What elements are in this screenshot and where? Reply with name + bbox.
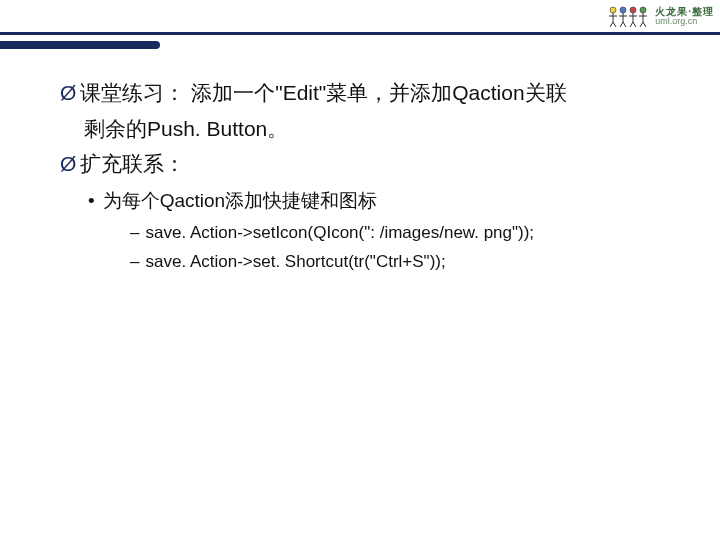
svg-point-0 [610,7,616,13]
svg-line-18 [640,22,643,27]
svg-line-13 [630,22,633,27]
code-line: – save. Action->set. Shortcut(tr("Ctrl+S… [60,249,680,275]
bullet-item: Ø 课堂练习： 添加一个"Edit"菜单，并添加Qaction关联 [60,77,680,109]
svg-line-4 [613,22,616,27]
logo-group: 火龙果·整理 uml.org.cn [607,4,714,28]
svg-point-15 [640,7,646,13]
code-line: – save. Action->setIcon(QIcon(": /images… [60,220,680,246]
bullet-text: 扩充联系： [80,148,185,180]
bullet-dot-icon: • [88,186,95,216]
chevron-right-icon: Ø [60,148,76,180]
svg-point-10 [630,7,636,13]
accent-bar [0,41,160,49]
logo-title: 火龙果·整理 [655,7,714,17]
svg-line-3 [610,22,613,27]
bullet-text: 课堂练习： 添加一个"Edit"菜单，并添加Qaction关联 [80,77,566,109]
sub-bullet-text: 为每个Qaction添加快捷键和图标 [103,186,377,216]
code-text: save. Action->setIcon(QIcon(": /images/n… [145,220,534,246]
code-text: save. Action->set. Shortcut(tr("Ctrl+S")… [145,249,445,275]
chevron-right-icon: Ø [60,77,76,109]
people-icon [607,4,651,28]
svg-point-5 [620,7,626,13]
bullet-item: Ø 扩充联系： [60,148,680,180]
slide-content: Ø 课堂练习： 添加一个"Edit"菜单，并添加Qaction关联 剩余的Pus… [0,49,720,275]
logo-text: 火龙果·整理 uml.org.cn [655,7,714,26]
bullet-continuation: 剩余的Push. Button。 [60,113,680,145]
svg-line-14 [633,22,636,27]
header-divider [0,32,720,35]
dash-icon: – [130,249,139,275]
logo-url: uml.org.cn [655,17,714,26]
svg-line-9 [623,22,626,27]
svg-line-19 [643,22,646,27]
svg-line-8 [620,22,623,27]
sub-bullet-item: • 为每个Qaction添加快捷键和图标 [60,186,680,216]
slide-header: 火龙果·整理 uml.org.cn [0,0,720,32]
dash-icon: – [130,220,139,246]
